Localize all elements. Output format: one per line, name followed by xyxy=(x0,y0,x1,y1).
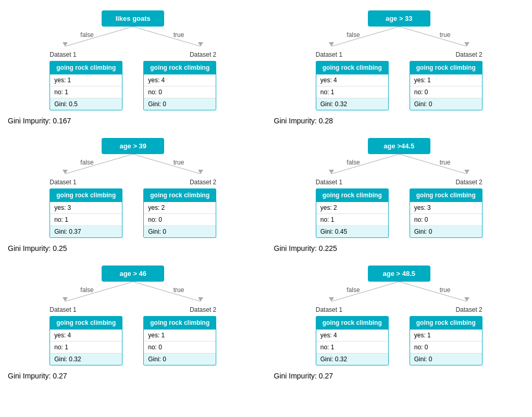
dataset1-label: Dataset 1 xyxy=(316,179,342,186)
dataset2-label: Dataset 2 xyxy=(455,306,482,313)
right-leaf-1: going rock climbing yes: 4 no: 0 Gini: 0 xyxy=(143,61,216,110)
svg-text:false: false xyxy=(347,286,360,294)
svg-text:false: false xyxy=(81,159,94,166)
svg-line-0 xyxy=(65,27,133,46)
dataset1-label: Dataset 1 xyxy=(316,51,342,58)
left-leaf-3: going rock climbing yes: 3 no: 1 Gini: 0… xyxy=(50,188,122,238)
root-node-1: likes goats xyxy=(102,10,164,27)
left-leaf-header: going rock climbing xyxy=(316,188,389,202)
dataset2-label: Dataset 2 xyxy=(190,306,216,313)
left-leaf-no: no: 1 xyxy=(50,342,122,353)
left-leaf-gini: Gini: 0.45 xyxy=(316,226,388,237)
svg-text:true: true xyxy=(439,31,450,39)
svg-line-6 xyxy=(331,27,399,46)
left-leaf-gini: Gini: 0.5 xyxy=(50,98,122,110)
right-leaf-6: going rock climbing yes: 1 no: 0 Gini: 0 xyxy=(410,316,482,365)
right-leaf-header: going rock climbing xyxy=(410,316,482,330)
left-leaf-yes: yes: 4 xyxy=(316,330,388,342)
svg-line-24 xyxy=(65,282,133,301)
root-node-5: age > 46 xyxy=(102,266,164,282)
right-leaf-yes: yes: 3 xyxy=(410,202,482,214)
svg-text:true: true xyxy=(439,286,450,294)
right-leaf-yes: yes: 1 xyxy=(410,330,482,342)
tree-panel-6: age > 48.5 false true xyxy=(266,260,533,388)
right-leaf-no: no: 0 xyxy=(144,342,216,353)
right-leaf-gini: Gini: 0 xyxy=(144,98,216,110)
right-leaf-header: going rock climbing xyxy=(143,188,216,202)
svg-text:true: true xyxy=(174,31,184,39)
dataset2-label: Dataset 2 xyxy=(455,51,482,58)
tree-panel-5: age > 46 false true xyxy=(0,260,266,388)
tree-panel-3: age > 39 false true xyxy=(0,133,266,260)
left-leaf-yes: yes: 3 xyxy=(50,202,122,214)
left-leaf-no: no: 1 xyxy=(50,86,122,98)
gini-impurity-6: Gini Impurity: 0.27 xyxy=(274,372,333,380)
tree-panel-2: age > 33 false true xyxy=(266,5,533,133)
svg-text:false: false xyxy=(81,31,94,39)
main-container: likes goats false true xyxy=(0,0,532,393)
root-node-3: age > 39 xyxy=(102,138,164,154)
svg-line-30 xyxy=(331,282,399,301)
gini-impurity-3: Gini Impurity: 0.25 xyxy=(8,244,67,252)
left-leaf-6: going rock climbing yes: 4 no: 1 Gini: 0… xyxy=(316,316,389,365)
right-leaf-no: no: 0 xyxy=(144,214,216,226)
svg-line-19 xyxy=(399,154,467,174)
gini-impurity-4: Gini Impurity: 0.225 xyxy=(274,244,337,252)
right-leaf-header: going rock climbing xyxy=(143,316,216,330)
svg-line-13 xyxy=(133,154,201,174)
left-leaf-header: going rock climbing xyxy=(50,188,122,202)
right-leaf-no: no: 0 xyxy=(410,86,482,98)
dataset1-label: Dataset 1 xyxy=(316,306,342,313)
svg-text:true: true xyxy=(439,159,450,166)
svg-line-7 xyxy=(399,27,467,46)
left-leaf-gini: Gini: 0.37 xyxy=(50,226,122,237)
left-leaf-header: going rock climbing xyxy=(50,61,122,74)
tree-panel-1: likes goats false true xyxy=(0,5,266,133)
right-leaf-header: going rock climbing xyxy=(410,61,482,74)
right-leaf-yes: yes: 1 xyxy=(410,74,482,86)
left-leaf-header: going rock climbing xyxy=(316,61,389,74)
root-node-2: age > 33 xyxy=(368,10,430,27)
right-leaf-gini: Gini: 0 xyxy=(410,226,482,237)
left-leaf-gini: Gini: 0.32 xyxy=(50,353,122,365)
right-leaf-3: going rock climbing yes: 2 no: 0 Gini: 0 xyxy=(143,188,216,238)
right-leaf-header: going rock climbing xyxy=(410,188,482,202)
dataset1-label: Dataset 1 xyxy=(50,306,76,313)
left-leaf-2: going rock climbing yes: 4 no: 1 Gini: 0… xyxy=(316,61,389,110)
svg-line-25 xyxy=(133,282,201,301)
dataset1-label: Dataset 1 xyxy=(50,179,76,186)
right-leaf-no: no: 0 xyxy=(410,214,482,226)
left-leaf-no: no: 1 xyxy=(316,342,388,353)
svg-line-12 xyxy=(65,154,133,174)
svg-line-1 xyxy=(133,27,201,46)
right-leaf-gini: Gini: 0 xyxy=(144,226,216,237)
left-leaf-yes: yes: 2 xyxy=(316,202,388,214)
left-leaf-yes: yes: 4 xyxy=(316,74,388,86)
dataset1-label: Dataset 1 xyxy=(50,51,76,58)
right-leaf-yes: yes: 2 xyxy=(144,202,216,214)
gini-impurity-2: Gini Impurity: 0.28 xyxy=(274,117,333,125)
right-leaf-no: no: 0 xyxy=(144,86,216,98)
left-leaf-header: going rock climbing xyxy=(316,316,389,330)
left-leaf-header: going rock climbing xyxy=(50,316,122,330)
dataset2-label: Dataset 2 xyxy=(190,51,216,58)
dataset2-label: Dataset 2 xyxy=(190,179,216,186)
left-leaf-4: going rock climbing yes: 2 no: 1 Gini: 0… xyxy=(316,188,389,238)
svg-line-18 xyxy=(331,154,399,174)
left-leaf-yes: yes: 1 xyxy=(50,74,122,86)
right-leaf-gini: Gini: 0 xyxy=(144,353,216,365)
dataset2-label: Dataset 2 xyxy=(455,179,482,186)
right-leaf-gini: Gini: 0 xyxy=(410,98,482,110)
right-leaf-2: going rock climbing yes: 1 no: 0 Gini: 0 xyxy=(410,61,482,110)
svg-text:true: true xyxy=(174,159,184,166)
root-node-4: age >44.5 xyxy=(368,138,430,154)
tree-panel-4: age >44.5 false true xyxy=(266,133,533,260)
right-leaf-gini: Gini: 0 xyxy=(410,353,482,365)
gini-impurity-5: Gini Impurity: 0.27 xyxy=(8,372,67,380)
root-node-6: age > 48.5 xyxy=(368,266,430,282)
left-leaf-no: no: 1 xyxy=(316,214,388,226)
left-leaf-gini: Gini: 0.32 xyxy=(316,353,388,365)
left-leaf-no: no: 1 xyxy=(50,214,122,226)
svg-text:false: false xyxy=(347,31,360,39)
svg-line-31 xyxy=(399,282,467,301)
